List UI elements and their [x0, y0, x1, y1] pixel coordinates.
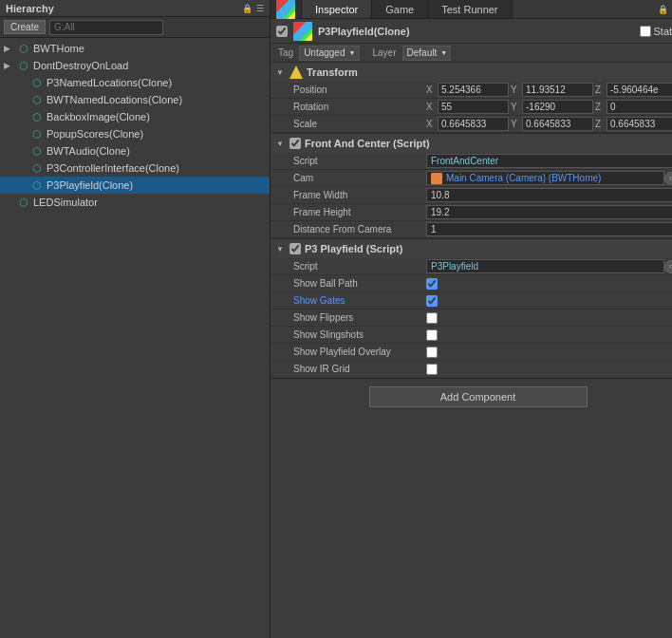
fac-script-value: FrontAndCenter — [431, 156, 498, 166]
hier-item-bwtnamed[interactable]: ⬡ BWTNamedLocations(Clone) — [0, 91, 270, 108]
scale-y-input[interactable] — [522, 117, 593, 131]
label-p3controller: P3ControllerInterface(Clone) — [47, 162, 179, 174]
fac-script-ref: FrontAndCenter — [426, 154, 672, 168]
object-enabled-checkbox[interactable] — [276, 26, 288, 37]
position-z-item: Z — [595, 83, 672, 97]
inspector-panel: Inspector Game Test Runner 🔒 ☰ P3Playfie… — [271, 0, 672, 638]
position-y-input[interactable] — [522, 83, 593, 97]
hier-item-bwthome[interactable]: ▶ ⬡ BWTHome — [0, 40, 270, 57]
hier-item-backbox[interactable]: ⬡ BackboxImage(Clone) — [0, 108, 270, 125]
fac-distance-input[interactable] — [426, 222, 672, 236]
rotation-y-item: Y — [511, 100, 593, 114]
inspector-header: P3Playfield(Clone) Static — [271, 19, 672, 44]
rotation-y-input[interactable] — [522, 100, 593, 114]
label-bwthome: BWTHome — [33, 43, 84, 54]
transform-header[interactable]: ▼ Transform ⚙ — [271, 63, 672, 82]
fac-framewidth-row: Frame Width — [271, 187, 672, 204]
rotation-x-input[interactable] — [438, 100, 509, 114]
icon-p3playfield: ⬡ — [30, 178, 44, 192]
static-checkbox[interactable] — [640, 26, 651, 37]
tab-testrunner[interactable]: Test Runner — [428, 0, 512, 18]
transform-section: ▼ Transform ⚙ Position X Y Z — [271, 63, 672, 134]
p3playfield-section: ▼ P3 Playfield (Script) ⚙ Script P3Playf… — [271, 239, 672, 379]
fac-arrow: ▼ — [276, 140, 286, 148]
p3p-script-label: Script — [293, 261, 426, 272]
rotation-z-input[interactable] — [607, 100, 672, 114]
show-gates-label[interactable]: Show Gates — [293, 295, 426, 306]
scale-z-input[interactable] — [607, 117, 672, 131]
layer-dropdown[interactable]: Default — [402, 46, 452, 61]
show-flippers-checkbox[interactable] — [426, 312, 438, 324]
show-flippers-row: Show Flippers — [271, 310, 672, 327]
add-component-button[interactable]: Add Component — [369, 386, 588, 407]
show-flippers-label: Show Flippers — [293, 312, 426, 323]
tag-dropdown[interactable]: Untagged — [299, 46, 359, 61]
hier-item-ledsimulator[interactable]: ⬡ LEDSimulator — [0, 194, 270, 211]
front-and-center-header[interactable]: ▼ Front And Center (Script) ⚙ — [271, 134, 672, 153]
scale-row: Scale X Y Z — [271, 116, 672, 133]
ry-label: Y — [511, 102, 520, 112]
fac-script-label: Script — [293, 156, 426, 166]
show-playfield-overlay-checkbox[interactable] — [426, 347, 438, 358]
fac-enabled-checkbox[interactable] — [289, 138, 301, 149]
fac-cam-picker[interactable]: ○ — [664, 172, 672, 185]
show-ir-grid-row: Show IR Grid — [271, 361, 672, 378]
tab-game[interactable]: Game — [372, 0, 428, 18]
label-backbox: BackboxImage(Clone) — [47, 111, 150, 122]
hier-item-p3namedloc[interactable]: ⬡ P3NamedLocations(Clone) — [0, 74, 270, 91]
front-and-center-section: ▼ Front And Center (Script) ⚙ Script Fro… — [271, 134, 672, 239]
p3playfield-header[interactable]: ▼ P3 Playfield (Script) ⚙ — [271, 239, 672, 258]
static-label: Static — [653, 26, 672, 37]
show-gates-checkbox[interactable] — [426, 295, 438, 307]
hier-item-dontdestroy[interactable]: ▶ ⬡ DontDestroyOnLoad — [0, 57, 270, 74]
tab-game-label: Game — [385, 4, 414, 15]
transform-icon — [289, 66, 303, 79]
show-ir-grid-checkbox[interactable] — [426, 364, 438, 375]
fac-framewidth-input[interactable] — [426, 188, 672, 202]
icon-dontdestroy: ⬡ — [17, 59, 30, 72]
fac-framewidth-label: Frame Width — [293, 190, 426, 200]
rx-label: X — [426, 102, 436, 112]
show-slingshots-checkbox[interactable] — [426, 329, 438, 341]
show-ball-path-checkbox[interactable] — [426, 278, 438, 290]
position-z-input[interactable] — [607, 83, 672, 97]
rotation-z-item: Z — [595, 100, 672, 114]
rz-label: Z — [595, 102, 605, 112]
hier-item-p3playfield[interactable]: ⬡ P3Playfield(Clone) — [0, 177, 270, 194]
fac-frameheight-label: Frame Height — [293, 207, 426, 217]
scale-z-item: Z — [595, 117, 672, 131]
p3p-script-picker[interactable]: ○ — [664, 260, 672, 273]
scale-x-input[interactable] — [438, 117, 509, 131]
create-button[interactable]: Create — [4, 20, 46, 34]
tab-inspector-label: Inspector — [315, 4, 358, 15]
fac-frameheight-input[interactable] — [426, 205, 672, 219]
icon-bwtaudio: ⬡ — [30, 144, 44, 158]
sy-label: Y — [511, 119, 520, 129]
fac-title: Front And Center (Script) — [305, 138, 430, 149]
layer-label: Layer — [373, 47, 397, 58]
tab-testrunner-label: Test Runner — [441, 4, 497, 15]
position-xyz: X Y Z — [426, 83, 672, 97]
show-playfield-overlay-label: Show Playfield Overlay — [293, 347, 426, 357]
hier-item-p3controller[interactable]: ⬡ P3ControllerInterface(Clone) — [0, 160, 270, 177]
fac-cam-row: Cam Main Camera (Camera) (BWTHome) ○ — [271, 170, 672, 187]
fac-cam-ref[interactable]: Main Camera (Camera) (BWTHome) — [426, 171, 664, 185]
position-x-input[interactable] — [438, 83, 509, 97]
show-playfield-overlay-row: Show Playfield Overlay — [271, 344, 672, 361]
sx-label: X — [426, 119, 436, 129]
tab-inspector[interactable]: Inspector — [302, 0, 372, 18]
p3p-enabled-checkbox[interactable] — [289, 243, 301, 254]
fac-distance-label: Distance From Camera — [293, 224, 426, 235]
fac-script-row: Script FrontAndCenter — [271, 153, 672, 170]
label-p3namedloc: P3NamedLocations(Clone) — [47, 77, 172, 88]
hier-item-popupscores[interactable]: ⬡ PopupScores(Clone) — [0, 125, 270, 142]
position-x-item: X — [426, 83, 509, 97]
rotation-label: Rotation — [293, 102, 426, 112]
hier-item-bwtaudio[interactable]: ⬡ BWTAudio(Clone) — [0, 142, 270, 160]
tag-layer-row: Tag Untagged Layer Default — [271, 44, 672, 63]
hierarchy-menu-icon: ☰ — [256, 4, 264, 13]
label-p3playfield: P3Playfield(Clone) — [47, 179, 133, 191]
scale-y-item: Y — [511, 117, 593, 131]
scale-xyz: X Y Z — [426, 117, 672, 131]
search-input[interactable] — [49, 20, 163, 35]
